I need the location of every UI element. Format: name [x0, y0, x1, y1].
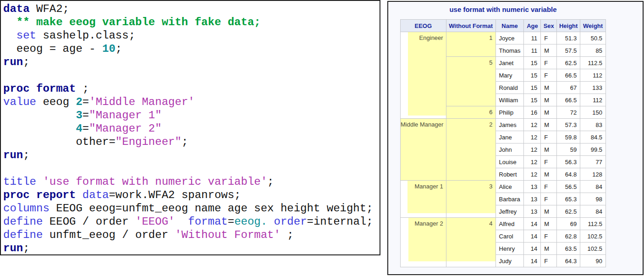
- sex-cell: M: [541, 94, 557, 106]
- sex-cell: M: [541, 119, 557, 131]
- unformatted-value-cell: 6: [446, 106, 495, 119]
- height-cell: 62.5: [557, 57, 580, 69]
- age-cell: 13: [524, 205, 541, 218]
- code-token: 2: [76, 96, 82, 108]
- highlight-block: 1: [446, 32, 495, 56]
- code-token: "Engineer": [116, 136, 182, 148]
- weight-cell: 90: [580, 255, 606, 267]
- sex-cell: F: [541, 255, 557, 267]
- age-cell: 15: [524, 69, 541, 82]
- code-panel: data WFA2; ** make eeog variable with fa…: [0, 0, 380, 255]
- age-cell: 13: [524, 181, 541, 193]
- code-line: run;: [3, 55, 380, 69]
- code-token: data: [83, 189, 109, 201]
- height-cell: 67: [557, 82, 580, 94]
- code-line: columns EEOG eeog=unfmt_eeog name age se…: [3, 202, 380, 215]
- code-line: title 'use format with numeric variable'…: [3, 175, 380, 188]
- name-cell: Jeffrey: [495, 205, 524, 218]
- height-cell: 69: [557, 218, 580, 230]
- code-editor: data WFA2; ** make eeog variable with fa…: [3, 2, 380, 255]
- age-cell: 14: [524, 243, 541, 255]
- sex-cell: M: [541, 82, 557, 94]
- code-token: =work.WFA2 spanrows;: [109, 189, 241, 201]
- code-token: 10: [102, 43, 116, 55]
- age-cell: 15: [524, 82, 541, 94]
- sex-cell: F: [541, 32, 557, 44]
- code-line: proc report data=work.WFA2 spanrows;: [3, 188, 380, 202]
- age-cell: 12: [524, 168, 541, 181]
- code-token: =internal;: [307, 215, 373, 228]
- column-header: Age: [524, 20, 541, 32]
- height-cell: 56.5: [557, 181, 580, 193]
- name-cell: Alice: [495, 181, 524, 193]
- height-cell: 64.8: [557, 168, 580, 181]
- code-token: 'EEOG': [135, 215, 175, 228]
- sex-cell: M: [541, 44, 557, 57]
- weight-cell: 150: [580, 106, 606, 119]
- code-line: [3, 162, 380, 175]
- code-line: ** make eeog variable with fake data;: [3, 16, 380, 29]
- weight-cell: 112: [580, 69, 606, 82]
- code-token: run: [3, 242, 23, 254]
- name-cell: Barbara: [495, 193, 524, 205]
- name-cell: Henry: [495, 243, 524, 255]
- table-row: Manager 24Alfred14M69112.5: [401, 218, 606, 230]
- code-token: title: [3, 176, 36, 188]
- code-token: proc report: [3, 189, 76, 201]
- age-cell: 11: [524, 44, 541, 57]
- weight-cell: 98: [580, 193, 606, 205]
- code-token: ;: [182, 136, 188, 148]
- weight-cell: 112.5: [580, 57, 606, 69]
- code-token: [3, 109, 76, 121]
- code-token: 'Without Format': [175, 229, 280, 241]
- age-cell: 12: [524, 156, 541, 168]
- sex-cell: M: [541, 218, 557, 230]
- age-cell: 12: [524, 131, 541, 144]
- code-line: eeog = age - 10;: [3, 42, 380, 55]
- name-cell: William: [495, 94, 524, 106]
- weight-cell: 84.5: [580, 131, 606, 144]
- name-cell: Alfred: [495, 218, 524, 230]
- height-cell: 56.3: [557, 156, 580, 168]
- code-token: [267, 215, 274, 228]
- name-cell: Robert: [495, 168, 524, 181]
- table-row: Manager 13Alice13F56.584: [401, 181, 606, 193]
- report-title: use format with numeric variable: [400, 6, 606, 13]
- code-line: run;: [3, 149, 380, 162]
- highlight-block: Middle Manager: [401, 119, 446, 180]
- age-cell: 15: [524, 57, 541, 69]
- name-cell: James: [495, 119, 524, 131]
- code-token: =: [83, 122, 89, 135]
- height-cell: 51.3: [557, 32, 580, 44]
- unformatted-value-cell: 4: [446, 218, 495, 267]
- code-line: 3="Manager 1": [3, 109, 380, 122]
- code-line: run;: [3, 242, 380, 255]
- highlight-block: Manager 1: [407, 181, 446, 213]
- sex-cell: F: [541, 193, 557, 205]
- code-token: eeog = age -: [3, 43, 102, 55]
- code-token: 'use format with numeric variable': [43, 176, 267, 188]
- code-token: =: [83, 109, 89, 121]
- code-token: value: [3, 96, 36, 108]
- height-cell: 66.5: [557, 69, 580, 82]
- code-token: ;: [116, 43, 122, 55]
- code-token: [3, 16, 17, 28]
- sex-cell: M: [541, 144, 557, 156]
- highlight-block: Manager 2: [408, 218, 446, 261]
- weight-cell: 128: [580, 168, 606, 181]
- weight-cell: 112.5: [580, 218, 606, 230]
- sex-cell: M: [541, 168, 557, 181]
- name-cell: Judy: [495, 255, 524, 267]
- weight-cell: 112: [580, 94, 606, 106]
- code-token: proc format: [3, 83, 76, 95]
- sex-cell: M: [541, 205, 557, 218]
- code-token: unfmt_eeog / order: [43, 229, 175, 241]
- code-token: data: [3, 3, 30, 15]
- weight-cell: 84: [580, 205, 606, 218]
- name-cell: Thomas: [495, 44, 524, 57]
- sex-cell: M: [541, 106, 557, 119]
- code-token: order: [274, 215, 307, 228]
- age-cell: 13: [524, 193, 541, 205]
- code-line: [3, 69, 380, 82]
- report-area: use format with numeric variable EEOGWit…: [400, 6, 606, 267]
